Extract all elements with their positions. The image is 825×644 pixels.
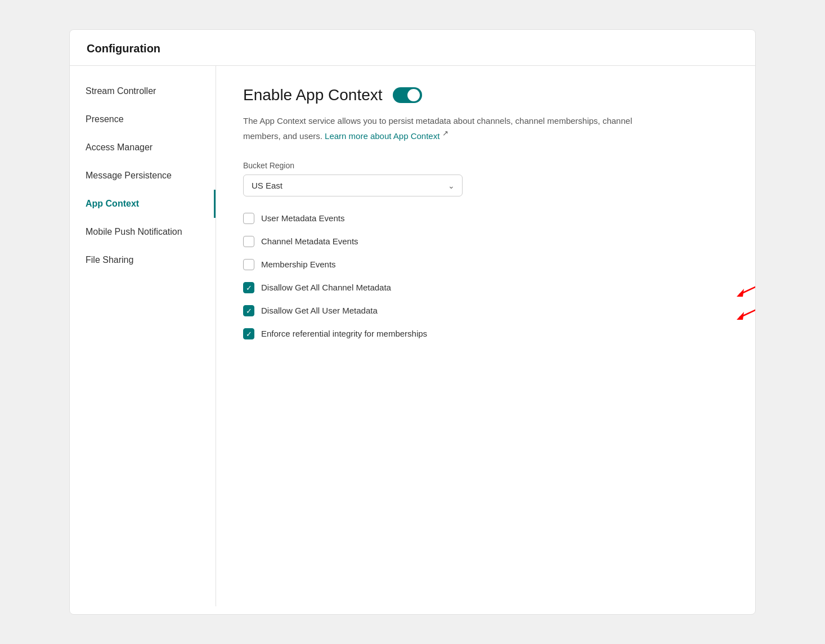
app-context-description: The App Context service allows you to pe… [243, 114, 648, 143]
checkbox-list: User Metadata EventsChannel Metadata Eve… [243, 212, 728, 339]
svg-line-2 [739, 299, 756, 317]
checkbox-referential-integrity[interactable] [243, 328, 254, 339]
svg-line-0 [739, 276, 756, 294]
bucket-region-label: Bucket Region [243, 161, 728, 170]
checkbox-row-user-metadata-events: User Metadata Events [243, 212, 728, 224]
checkbox-row-membership-events: Membership Events [243, 258, 728, 270]
sidebar-item-message-persistence[interactable]: Message Persistence [70, 162, 216, 190]
card-header: Configuration [70, 30, 755, 66]
checkbox-item-disallow-user-metadata[interactable]: Disallow Get All User Metadata [243, 305, 728, 316]
configuration-card: Configuration Stream ControllerPresenceA… [69, 29, 756, 615]
learn-more-link[interactable]: Learn more about App Context [325, 131, 440, 141]
section-title: Enable App Context [243, 86, 383, 104]
sidebar-item-presence[interactable]: Presence [70, 105, 216, 133]
checkbox-user-metadata-events[interactable] [243, 213, 254, 224]
bucket-region-wrapper: US EastUS WestEU WestAP Southeast ⌄ [243, 175, 463, 196]
checkbox-label-user-metadata-events: User Metadata Events [261, 212, 344, 224]
checkbox-label-referential-integrity: Enforce referential integrity for member… [261, 328, 427, 339]
enable-toggle[interactable] [393, 87, 422, 103]
toggle-track [393, 87, 422, 103]
sidebar-item-mobile-push[interactable]: Mobile Push Notification [70, 218, 216, 246]
checkbox-row-channel-metadata-events: Channel Metadata Events [243, 235, 728, 247]
checkbox-disallow-channel-metadata[interactable] [243, 282, 254, 293]
svg-marker-1 [737, 289, 744, 297]
external-link-icon: ↗ [442, 129, 449, 137]
checkbox-label-membership-events: Membership Events [261, 258, 336, 270]
checkbox-item-referential-integrity[interactable]: Enforce referential integrity for member… [243, 328, 728, 339]
checkbox-membership-events[interactable] [243, 259, 254, 270]
section-title-row: Enable App Context [243, 86, 728, 104]
sidebar: Stream ControllerPresenceAccess ManagerM… [70, 66, 216, 606]
checkbox-row-referential-integrity: Enforce referential integrity for member… [243, 328, 728, 339]
red-arrow-annotation [734, 273, 756, 301]
main-content: Enable App Context The App Context servi… [216, 66, 755, 606]
checkbox-label-channel-metadata-events: Channel Metadata Events [261, 235, 358, 247]
sidebar-item-app-context[interactable]: App Context [70, 190, 216, 218]
checkbox-item-user-metadata-events[interactable]: User Metadata Events [243, 212, 728, 224]
checkbox-row-disallow-channel-metadata: Disallow Get All Channel Metadata [243, 281, 728, 293]
red-arrow-annotation [734, 296, 756, 324]
sidebar-item-file-sharing[interactable]: File Sharing [70, 246, 216, 274]
checkbox-label-disallow-channel-metadata: Disallow Get All Channel Metadata [261, 281, 391, 293]
checkbox-item-channel-metadata-events[interactable]: Channel Metadata Events [243, 235, 728, 247]
sidebar-item-stream-controller[interactable]: Stream Controller [70, 77, 216, 105]
toggle-thumb [407, 89, 420, 101]
checkbox-row-disallow-user-metadata: Disallow Get All User Metadata [243, 305, 728, 316]
checkbox-label-disallow-user-metadata: Disallow Get All User Metadata [261, 305, 378, 316]
sidebar-item-access-manager[interactable]: Access Manager [70, 133, 216, 162]
svg-marker-3 [737, 312, 744, 320]
checkbox-item-membership-events[interactable]: Membership Events [243, 258, 728, 270]
checkbox-channel-metadata-events[interactable] [243, 236, 254, 247]
page-title: Configuration [87, 42, 738, 55]
card-body: Stream ControllerPresenceAccess ManagerM… [70, 66, 755, 606]
checkbox-item-disallow-channel-metadata[interactable]: Disallow Get All Channel Metadata [243, 281, 728, 293]
checkbox-disallow-user-metadata[interactable] [243, 305, 254, 316]
bucket-region-select[interactable]: US EastUS WestEU WestAP Southeast [243, 175, 463, 196]
